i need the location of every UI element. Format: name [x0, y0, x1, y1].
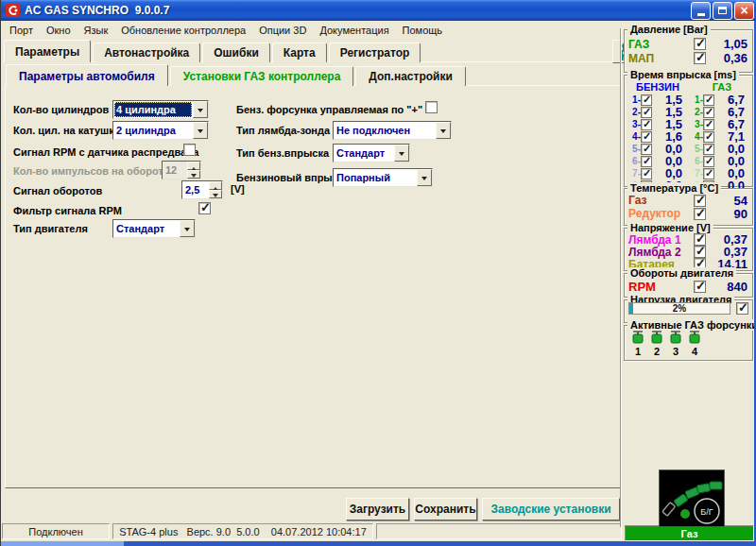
engine-rpm-title: Обороты двигателя: [627, 267, 736, 279]
benzin-5-checkbox[interactable]: [641, 144, 652, 155]
impulses-spinner[interactable]: 12: [162, 161, 201, 179]
engine-load-value: 2%: [673, 303, 686, 314]
chevron-down-icon[interactable]: [180, 220, 195, 237]
subtab-dop-nastroyki[interactable]: Доп.настройки: [355, 66, 466, 86]
spinner-up-icon[interactable]: [187, 162, 200, 170]
pressure-title: Давление [Bar]: [627, 24, 711, 35]
injector-number: 1: [631, 346, 644, 357]
chevron-down-icon[interactable]: [394, 145, 409, 162]
save-button[interactable]: Сохранить: [414, 498, 477, 520]
cylinders-select[interactable]: 4 цилиндра: [112, 100, 209, 119]
spinner-down-icon[interactable]: [187, 170, 200, 179]
temp-reducer-checkbox[interactable]: [694, 208, 706, 220]
gas-7-checkbox[interactable]: [703, 168, 714, 179]
field-lambda-type: Тип лямбда-зонда: [236, 121, 330, 140]
spinner-up-icon[interactable]: [209, 181, 222, 190]
pressure-map-checkbox[interactable]: [694, 52, 706, 64]
rpm-signal-value: 2,5: [182, 181, 209, 198]
menu-item-port[interactable]: Порт: [4, 23, 41, 38]
cylinders-value: 4 цилиндра: [114, 102, 192, 117]
benz-injection-type-value: Стандарт: [334, 145, 394, 162]
tab-parametry[interactable]: Параметры: [4, 40, 91, 62]
menu-item-help[interactable]: Помощь: [397, 23, 451, 38]
injector-number: 4: [688, 346, 701, 357]
benz-plus-checkbox[interactable]: [425, 101, 438, 113]
cylinders-label: Кол-во цилиндров: [13, 104, 109, 115]
coil-value: 2 цилиндра: [113, 122, 193, 139]
gas-3-checkbox[interactable]: [703, 119, 714, 130]
injector-number: 3: [669, 346, 682, 357]
tab-page-car-parameters: Кол-во цилиндров 4 цилиндра Кол. цил. на…: [5, 85, 621, 488]
rpm-checkbox[interactable]: [694, 281, 706, 293]
minimize-button[interactable]: [691, 2, 711, 20]
engine-type-label: Тип двигателя: [13, 223, 88, 234]
chevron-down-icon[interactable]: [417, 169, 432, 186]
benzin-2-checkbox[interactable]: [641, 107, 652, 118]
menu-item-options-3d[interactable]: Опции 3D: [253, 23, 314, 38]
spinner-down-icon[interactable]: [209, 190, 222, 198]
pressure-gas-label: ГАЗ: [628, 38, 649, 51]
pressure-gas-checkbox[interactable]: [694, 38, 706, 50]
restore-button[interactable]: [713, 2, 732, 20]
benzin-6-checkbox[interactable]: [641, 156, 652, 167]
benz-injection-type-select[interactable]: Стандарт: [333, 144, 410, 162]
subtab-ustanovki-gaz-kontrollera[interactable]: Установки ГАЗ контроллера: [170, 66, 354, 86]
field-rpm-signal: Сигнал оборотов: [13, 181, 102, 200]
tab-registrator[interactable]: Регистратор: [329, 43, 421, 62]
close-button[interactable]: ×: [734, 2, 754, 20]
benzin-7-checkbox[interactable]: [641, 168, 652, 179]
chevron-down-icon[interactable]: [193, 122, 208, 139]
gas-2-checkbox[interactable]: [703, 107, 714, 118]
lambda-type-label: Тип лямбда-зонда: [236, 125, 330, 136]
rpm-signal-label: Сигнал оборотов: [13, 185, 102, 196]
menu-item-language[interactable]: Язык: [78, 23, 116, 38]
chevron-down-icon[interactable]: [193, 101, 208, 118]
rpm-value: 840: [706, 280, 747, 294]
benzine-injection-value: Попарный: [334, 169, 417, 186]
impulses-value: 12: [163, 162, 187, 179]
benzine-injection-select[interactable]: Попарный: [333, 168, 433, 187]
rpm-signal-spinner[interactable]: 2,5: [181, 180, 223, 199]
gas-1-checkbox[interactable]: [703, 94, 714, 106]
load-button[interactable]: Загрузить: [346, 498, 409, 520]
injector-number: 2: [650, 346, 663, 357]
gas-6-checkbox[interactable]: [703, 156, 714, 167]
chevron-down-icon[interactable]: [436, 122, 451, 139]
bottom-frame-light: [1, 541, 124, 546]
gas-injector-icon: [631, 331, 644, 345]
menu-item-window[interactable]: Окно: [41, 23, 78, 38]
temp-gas-value: 54: [706, 194, 747, 208]
menu-item-controller-update[interactable]: Обновление контроллера: [115, 23, 253, 38]
benzin-4-checkbox[interactable]: [641, 131, 652, 143]
minimize-icon: [697, 13, 705, 16]
factory-settings-button[interactable]: Заводские установки: [482, 498, 620, 520]
camshaft-rpm-checkbox[interactable]: [183, 144, 196, 156]
benzin-3-checkbox[interactable]: [641, 119, 652, 130]
tab-avtonastroyka[interactable]: Автонастройка: [93, 43, 200, 62]
engine-load-checkbox[interactable]: [736, 302, 748, 315]
subtab-parametry-avtomobilya[interactable]: Параметры автомобиля: [6, 64, 168, 86]
temp-reducer-row: Редуктор 90: [625, 207, 752, 220]
pressure-map-value: 0,36: [706, 51, 747, 65]
gas-4-checkbox[interactable]: [703, 131, 714, 143]
benzine-injection-label: Бензиновый впрыск: [236, 172, 343, 183]
benzin-1-checkbox[interactable]: [641, 94, 652, 106]
gas-injector-icon: [688, 331, 701, 345]
rpm-filter-label: Фильтр сигнала RPM: [13, 205, 122, 216]
window-title: AC GAS SYNCHRO 9.0.0.7: [25, 4, 691, 17]
temperature-title: Температура [°C]: [627, 182, 721, 194]
gas-injector-icon: [650, 331, 663, 345]
rpm-filter-checkbox[interactable]: [198, 202, 211, 214]
engine-type-value: Стандарт: [113, 220, 180, 237]
status-device-info: STAG-4 plus Верс. 9.0 5.0.0 04.07.2012 1…: [112, 523, 373, 539]
rpm-label: RPM: [628, 280, 656, 294]
lambda2-label: Лямбда 2: [628, 246, 681, 259]
engine-type-select[interactable]: Стандарт: [112, 219, 196, 238]
field-rpm-filter: Фильтр сигнала RPM: [13, 201, 122, 220]
lambda-type-select[interactable]: Не подключен: [333, 121, 452, 140]
tab-oshibki[interactable]: Ошибки: [202, 43, 270, 62]
gas-5-checkbox[interactable]: [703, 144, 714, 155]
menu-item-documentation[interactable]: Документация: [314, 23, 396, 38]
coil-select[interactable]: 2 цилиндра: [112, 121, 209, 140]
tab-karta[interactable]: Карта: [272, 43, 327, 62]
